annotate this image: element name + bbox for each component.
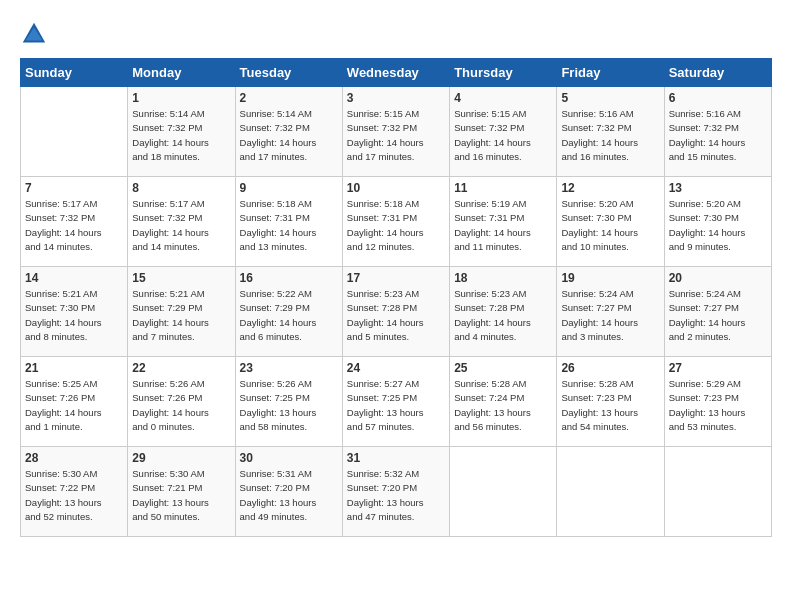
day-info: Sunrise: 5:30 AM Sunset: 7:22 PM Dayligh… <box>25 467 123 524</box>
day-number: 31 <box>347 451 445 465</box>
day-info: Sunrise: 5:26 AM Sunset: 7:25 PM Dayligh… <box>240 377 338 434</box>
day-number: 16 <box>240 271 338 285</box>
day-number: 11 <box>454 181 552 195</box>
day-cell: 4Sunrise: 5:15 AM Sunset: 7:32 PM Daylig… <box>450 87 557 177</box>
day-info: Sunrise: 5:23 AM Sunset: 7:28 PM Dayligh… <box>454 287 552 344</box>
header-friday: Friday <box>557 59 664 87</box>
day-cell: 30Sunrise: 5:31 AM Sunset: 7:20 PM Dayli… <box>235 447 342 537</box>
day-number: 20 <box>669 271 767 285</box>
day-cell: 11Sunrise: 5:19 AM Sunset: 7:31 PM Dayli… <box>450 177 557 267</box>
day-cell: 19Sunrise: 5:24 AM Sunset: 7:27 PM Dayli… <box>557 267 664 357</box>
day-info: Sunrise: 5:19 AM Sunset: 7:31 PM Dayligh… <box>454 197 552 254</box>
day-cell: 9Sunrise: 5:18 AM Sunset: 7:31 PM Daylig… <box>235 177 342 267</box>
day-number: 2 <box>240 91 338 105</box>
day-info: Sunrise: 5:23 AM Sunset: 7:28 PM Dayligh… <box>347 287 445 344</box>
day-number: 9 <box>240 181 338 195</box>
day-cell: 7Sunrise: 5:17 AM Sunset: 7:32 PM Daylig… <box>21 177 128 267</box>
day-number: 17 <box>347 271 445 285</box>
day-info: Sunrise: 5:18 AM Sunset: 7:31 PM Dayligh… <box>240 197 338 254</box>
day-info: Sunrise: 5:31 AM Sunset: 7:20 PM Dayligh… <box>240 467 338 524</box>
day-number: 4 <box>454 91 552 105</box>
header-sunday: Sunday <box>21 59 128 87</box>
day-info: Sunrise: 5:28 AM Sunset: 7:24 PM Dayligh… <box>454 377 552 434</box>
day-cell: 28Sunrise: 5:30 AM Sunset: 7:22 PM Dayli… <box>21 447 128 537</box>
day-number: 24 <box>347 361 445 375</box>
day-number: 29 <box>132 451 230 465</box>
day-info: Sunrise: 5:29 AM Sunset: 7:23 PM Dayligh… <box>669 377 767 434</box>
day-cell: 29Sunrise: 5:30 AM Sunset: 7:21 PM Dayli… <box>128 447 235 537</box>
logo <box>20 20 52 48</box>
day-number: 13 <box>669 181 767 195</box>
logo-icon <box>20 20 48 48</box>
day-cell: 24Sunrise: 5:27 AM Sunset: 7:25 PM Dayli… <box>342 357 449 447</box>
day-info: Sunrise: 5:28 AM Sunset: 7:23 PM Dayligh… <box>561 377 659 434</box>
week-row-3: 14Sunrise: 5:21 AM Sunset: 7:30 PM Dayli… <box>21 267 772 357</box>
day-info: Sunrise: 5:25 AM Sunset: 7:26 PM Dayligh… <box>25 377 123 434</box>
day-info: Sunrise: 5:27 AM Sunset: 7:25 PM Dayligh… <box>347 377 445 434</box>
day-info: Sunrise: 5:15 AM Sunset: 7:32 PM Dayligh… <box>347 107 445 164</box>
day-cell: 22Sunrise: 5:26 AM Sunset: 7:26 PM Dayli… <box>128 357 235 447</box>
day-info: Sunrise: 5:30 AM Sunset: 7:21 PM Dayligh… <box>132 467 230 524</box>
day-info: Sunrise: 5:21 AM Sunset: 7:29 PM Dayligh… <box>132 287 230 344</box>
header-monday: Monday <box>128 59 235 87</box>
day-info: Sunrise: 5:20 AM Sunset: 7:30 PM Dayligh… <box>669 197 767 254</box>
day-cell: 18Sunrise: 5:23 AM Sunset: 7:28 PM Dayli… <box>450 267 557 357</box>
day-cell: 26Sunrise: 5:28 AM Sunset: 7:23 PM Dayli… <box>557 357 664 447</box>
day-number: 8 <box>132 181 230 195</box>
header-wednesday: Wednesday <box>342 59 449 87</box>
day-number: 23 <box>240 361 338 375</box>
day-cell: 15Sunrise: 5:21 AM Sunset: 7:29 PM Dayli… <box>128 267 235 357</box>
day-info: Sunrise: 5:18 AM Sunset: 7:31 PM Dayligh… <box>347 197 445 254</box>
day-number: 27 <box>669 361 767 375</box>
day-number: 14 <box>25 271 123 285</box>
day-number: 5 <box>561 91 659 105</box>
day-cell <box>450 447 557 537</box>
day-cell: 16Sunrise: 5:22 AM Sunset: 7:29 PM Dayli… <box>235 267 342 357</box>
day-number: 22 <box>132 361 230 375</box>
day-cell: 5Sunrise: 5:16 AM Sunset: 7:32 PM Daylig… <box>557 87 664 177</box>
day-number: 7 <box>25 181 123 195</box>
day-cell: 14Sunrise: 5:21 AM Sunset: 7:30 PM Dayli… <box>21 267 128 357</box>
day-number: 6 <box>669 91 767 105</box>
header-thursday: Thursday <box>450 59 557 87</box>
day-info: Sunrise: 5:26 AM Sunset: 7:26 PM Dayligh… <box>132 377 230 434</box>
header-tuesday: Tuesday <box>235 59 342 87</box>
day-cell: 1Sunrise: 5:14 AM Sunset: 7:32 PM Daylig… <box>128 87 235 177</box>
day-info: Sunrise: 5:14 AM Sunset: 7:32 PM Dayligh… <box>240 107 338 164</box>
day-number: 1 <box>132 91 230 105</box>
day-cell <box>664 447 771 537</box>
day-number: 26 <box>561 361 659 375</box>
header-saturday: Saturday <box>664 59 771 87</box>
header-row: SundayMondayTuesdayWednesdayThursdayFrid… <box>21 59 772 87</box>
day-number: 19 <box>561 271 659 285</box>
day-number: 15 <box>132 271 230 285</box>
calendar-header: SundayMondayTuesdayWednesdayThursdayFrid… <box>21 59 772 87</box>
day-cell <box>557 447 664 537</box>
calendar-body: 1Sunrise: 5:14 AM Sunset: 7:32 PM Daylig… <box>21 87 772 537</box>
day-info: Sunrise: 5:24 AM Sunset: 7:27 PM Dayligh… <box>669 287 767 344</box>
day-cell: 8Sunrise: 5:17 AM Sunset: 7:32 PM Daylig… <box>128 177 235 267</box>
day-cell: 20Sunrise: 5:24 AM Sunset: 7:27 PM Dayli… <box>664 267 771 357</box>
day-number: 10 <box>347 181 445 195</box>
week-row-1: 1Sunrise: 5:14 AM Sunset: 7:32 PM Daylig… <box>21 87 772 177</box>
day-info: Sunrise: 5:17 AM Sunset: 7:32 PM Dayligh… <box>132 197 230 254</box>
day-info: Sunrise: 5:16 AM Sunset: 7:32 PM Dayligh… <box>561 107 659 164</box>
day-cell: 2Sunrise: 5:14 AM Sunset: 7:32 PM Daylig… <box>235 87 342 177</box>
week-row-4: 21Sunrise: 5:25 AM Sunset: 7:26 PM Dayli… <box>21 357 772 447</box>
day-cell <box>21 87 128 177</box>
day-info: Sunrise: 5:22 AM Sunset: 7:29 PM Dayligh… <box>240 287 338 344</box>
day-number: 28 <box>25 451 123 465</box>
week-row-5: 28Sunrise: 5:30 AM Sunset: 7:22 PM Dayli… <box>21 447 772 537</box>
day-number: 21 <box>25 361 123 375</box>
day-cell: 12Sunrise: 5:20 AM Sunset: 7:30 PM Dayli… <box>557 177 664 267</box>
day-cell: 6Sunrise: 5:16 AM Sunset: 7:32 PM Daylig… <box>664 87 771 177</box>
day-cell: 13Sunrise: 5:20 AM Sunset: 7:30 PM Dayli… <box>664 177 771 267</box>
day-cell: 17Sunrise: 5:23 AM Sunset: 7:28 PM Dayli… <box>342 267 449 357</box>
day-cell: 25Sunrise: 5:28 AM Sunset: 7:24 PM Dayli… <box>450 357 557 447</box>
day-number: 18 <box>454 271 552 285</box>
day-cell: 3Sunrise: 5:15 AM Sunset: 7:32 PM Daylig… <box>342 87 449 177</box>
week-row-2: 7Sunrise: 5:17 AM Sunset: 7:32 PM Daylig… <box>21 177 772 267</box>
day-cell: 27Sunrise: 5:29 AM Sunset: 7:23 PM Dayli… <box>664 357 771 447</box>
day-info: Sunrise: 5:16 AM Sunset: 7:32 PM Dayligh… <box>669 107 767 164</box>
day-info: Sunrise: 5:32 AM Sunset: 7:20 PM Dayligh… <box>347 467 445 524</box>
